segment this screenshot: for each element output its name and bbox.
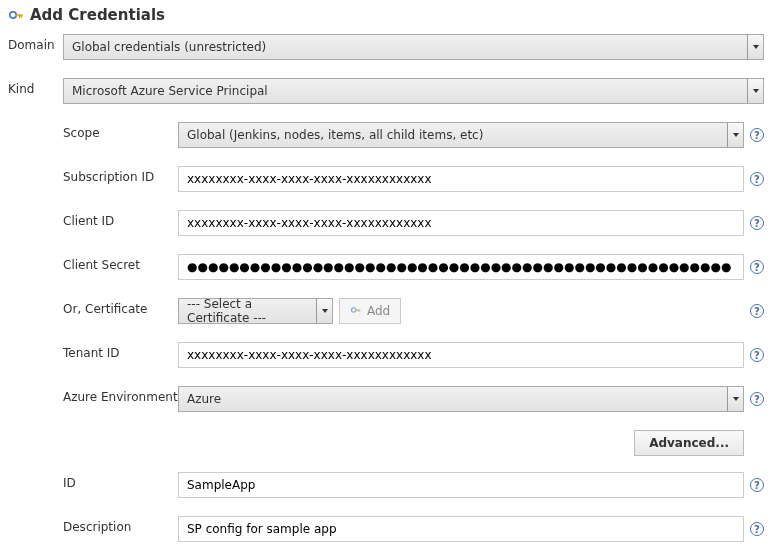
certificate-select[interactable]: --- Select a Certificate --- <box>178 298 333 324</box>
scope-select-value: Global (Jenkins, nodes, items, all child… <box>179 128 727 142</box>
subscription-id-input[interactable] <box>178 166 744 192</box>
help-icon[interactable]: ? <box>750 304 764 318</box>
description-input[interactable] <box>178 516 744 542</box>
kind-label: Kind <box>8 78 63 96</box>
help-icon[interactable]: ? <box>750 128 764 142</box>
tenant-id-label: Tenant ID <box>63 342 178 360</box>
certificate-select-value: --- Select a Certificate --- <box>179 297 316 325</box>
scope-label: Scope <box>63 122 178 140</box>
page-title-text: Add Credentials <box>30 6 165 24</box>
tenant-id-input[interactable] <box>178 342 744 368</box>
azure-env-select[interactable]: Azure <box>178 386 744 412</box>
domain-select-value: Global credentials (unrestricted) <box>64 40 747 54</box>
help-icon[interactable]: ? <box>750 260 764 274</box>
kind-select[interactable]: Microsoft Azure Service Principal <box>63 78 764 104</box>
key-icon <box>350 304 362 319</box>
chevron-down-icon <box>747 35 763 59</box>
azure-env-label: Azure Environment <box>63 386 178 404</box>
client-secret-label: Client Secret <box>63 254 178 272</box>
help-icon[interactable]: ? <box>750 478 764 492</box>
page-title: Add Credentials <box>8 6 764 24</box>
svg-point-1 <box>352 307 357 312</box>
add-certificate-button[interactable]: Add <box>339 298 401 324</box>
subscription-id-label: Subscription ID <box>63 166 178 184</box>
id-input[interactable] <box>178 472 744 498</box>
add-certificate-label: Add <box>367 304 390 318</box>
key-icon <box>8 7 24 23</box>
description-label: Description <box>63 516 178 534</box>
azure-env-select-value: Azure <box>179 392 727 406</box>
chevron-down-icon <box>727 387 743 411</box>
client-id-input[interactable] <box>178 210 744 236</box>
domain-select[interactable]: Global credentials (unrestricted) <box>63 34 764 60</box>
help-icon[interactable]: ? <box>750 392 764 406</box>
chevron-down-icon <box>747 79 763 103</box>
client-id-label: Client ID <box>63 210 178 228</box>
scope-select[interactable]: Global (Jenkins, nodes, items, all child… <box>178 122 744 148</box>
advanced-button[interactable]: Advanced... <box>634 430 744 456</box>
chevron-down-icon <box>727 123 743 147</box>
help-icon[interactable]: ? <box>750 348 764 362</box>
client-secret-input[interactable] <box>178 254 744 280</box>
chevron-down-icon <box>316 299 332 323</box>
help-icon[interactable]: ? <box>750 172 764 186</box>
help-icon[interactable]: ? <box>750 522 764 536</box>
domain-label: Domain <box>8 34 63 52</box>
id-label: ID <box>63 472 178 490</box>
kind-select-value: Microsoft Azure Service Principal <box>64 84 747 98</box>
help-icon[interactable]: ? <box>750 216 764 230</box>
certificate-label: Or, Certificate <box>63 298 178 316</box>
